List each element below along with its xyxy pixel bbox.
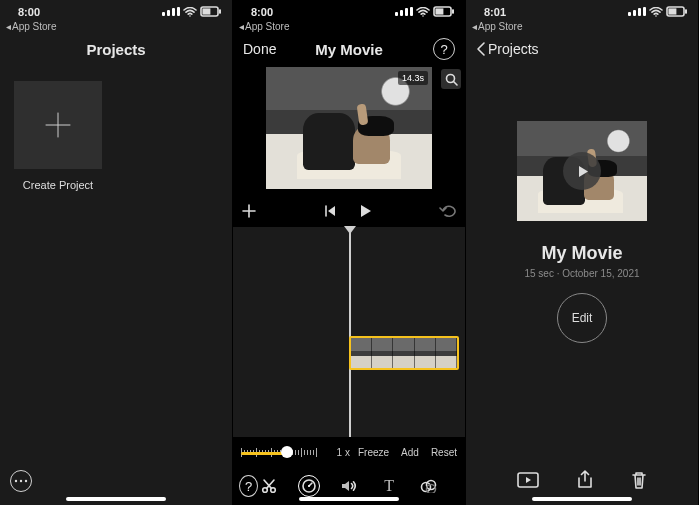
- plus-icon: [40, 107, 76, 143]
- playhead[interactable]: [349, 227, 351, 437]
- home-indicator[interactable]: [299, 497, 399, 501]
- timeline[interactable]: [233, 227, 465, 437]
- help-button[interactable]: ?: [433, 38, 455, 60]
- battery-icon: [433, 6, 455, 17]
- wifi-icon: [649, 7, 663, 17]
- page-title: Projects: [66, 41, 166, 58]
- video-preview[interactable]: 14.3s: [266, 67, 432, 189]
- svg-rect-7: [452, 9, 454, 13]
- speed-slider[interactable]: [241, 442, 329, 462]
- project-title: My Movie: [299, 41, 399, 58]
- svg-point-5: [25, 480, 27, 482]
- svg-point-3: [15, 480, 17, 482]
- chevron-left-icon: [476, 41, 486, 57]
- preview-area: 14.3s: [233, 65, 465, 197]
- video-clip[interactable]: [349, 336, 459, 370]
- battery-icon: [200, 6, 222, 17]
- status-time: 8:01: [484, 6, 506, 18]
- status-bar: 8:01: [466, 0, 698, 20]
- speed-tool[interactable]: [298, 475, 320, 497]
- back-label: Projects: [488, 41, 539, 57]
- status-time: 8:00: [18, 6, 40, 18]
- create-project-label: Create Project: [14, 179, 102, 191]
- svg-rect-8: [435, 8, 443, 14]
- status-time: 8:00: [251, 6, 273, 18]
- freeze-button[interactable]: Freeze: [358, 447, 389, 458]
- screen-editor: 8:00 ◂ App Store Done My Movie ? 14.3s: [233, 0, 466, 505]
- delete-button[interactable]: [631, 471, 647, 492]
- breadcrumb-label: App Store: [12, 21, 56, 32]
- more-button[interactable]: [10, 470, 32, 492]
- screen-projects: 8:00 ◂ App Store Projects Create Project: [0, 0, 233, 505]
- battery-icon: [666, 6, 688, 17]
- back-button[interactable]: Projects: [476, 41, 539, 57]
- breadcrumb[interactable]: ◂ App Store: [0, 20, 232, 33]
- detail-body: My Movie 15 sec · October 15, 2021 Edit: [466, 65, 698, 457]
- wifi-icon: [183, 7, 197, 17]
- projects-body: Create Project: [0, 65, 232, 457]
- add-media-button[interactable]: [241, 203, 257, 222]
- project-subtitle: 15 sec · October 15, 2021: [524, 268, 639, 279]
- share-button[interactable]: [577, 470, 593, 493]
- nav-bar: Projects: [0, 33, 232, 65]
- timestamp-badge: 14.3s: [398, 71, 428, 85]
- volume-tool[interactable]: [338, 475, 360, 497]
- svg-point-13: [308, 485, 310, 487]
- svg-rect-18: [685, 9, 687, 13]
- cut-tool[interactable]: [258, 475, 280, 497]
- create-project-tile[interactable]: [14, 81, 102, 169]
- edit-label: Edit: [572, 311, 593, 325]
- breadcrumb-label: App Store: [245, 21, 289, 32]
- play-overlay-icon: [563, 152, 601, 190]
- nav-bar: Done My Movie ?: [233, 33, 465, 65]
- caret-left-icon: ◂: [472, 21, 477, 32]
- transport-controls: [233, 197, 465, 227]
- clip-audio-track: [351, 368, 457, 370]
- screen-project-detail: 8:01 ◂ App Store Projects My Movie 15 se…: [466, 0, 699, 505]
- titles-tool[interactable]: T: [378, 475, 400, 497]
- svg-rect-1: [219, 9, 221, 13]
- status-indicators: [628, 6, 688, 17]
- skip-start-button[interactable]: [323, 204, 337, 221]
- help-button[interactable]: ?: [239, 475, 258, 497]
- status-indicators: [162, 6, 222, 17]
- project-title: My Movie: [541, 243, 622, 264]
- play-button[interactable]: [357, 203, 373, 222]
- svg-point-4: [20, 480, 22, 482]
- status-bar: 8:00: [233, 0, 465, 20]
- wifi-icon: [416, 7, 430, 17]
- svg-rect-19: [668, 8, 676, 14]
- project-thumbnail[interactable]: [517, 121, 647, 221]
- caret-left-icon: ◂: [6, 21, 11, 32]
- filters-tool[interactable]: [418, 475, 440, 497]
- speed-value: 1 x: [337, 447, 350, 458]
- cellular-icon: [395, 7, 413, 16]
- reset-button[interactable]: Reset: [431, 447, 457, 458]
- caret-left-icon: ◂: [239, 21, 244, 32]
- done-button[interactable]: Done: [243, 41, 276, 57]
- edit-button[interactable]: Edit: [557, 293, 607, 343]
- breadcrumb-label: App Store: [478, 21, 522, 32]
- undo-button[interactable]: [439, 204, 457, 221]
- play-button[interactable]: [517, 472, 539, 491]
- breadcrumb[interactable]: ◂ App Store: [466, 20, 698, 33]
- nav-bar: Projects: [466, 33, 698, 65]
- cellular-icon: [628, 7, 646, 16]
- status-indicators: [395, 6, 455, 17]
- zoom-button[interactable]: [441, 69, 461, 89]
- cellular-icon: [162, 7, 180, 16]
- home-indicator[interactable]: [532, 497, 632, 501]
- status-bar: 8:00: [0, 0, 232, 20]
- add-button[interactable]: Add: [401, 447, 419, 458]
- svg-rect-2: [202, 8, 210, 14]
- home-indicator[interactable]: [66, 497, 166, 501]
- speed-control-bar: 1 x Freeze Add Reset: [233, 437, 465, 467]
- breadcrumb[interactable]: ◂ App Store: [233, 20, 465, 33]
